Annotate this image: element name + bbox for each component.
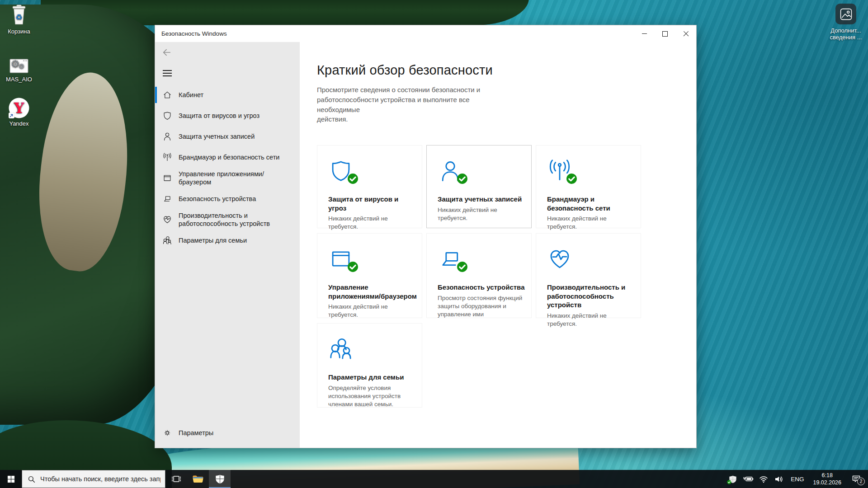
task-view-button[interactable]: [165, 470, 187, 488]
sidebar: Кабинет Защита от вирусов и угроз Защита…: [155, 42, 300, 448]
security-card-heart[interactable]: Производительность и работоспособность у…: [536, 233, 641, 318]
card-status: Никаких действий не требуется.: [328, 215, 417, 231]
recycle-bin-icon: ♻: [0, 3, 38, 26]
card-status: Никаких действий не требуется.: [547, 215, 636, 231]
sidebar-item-label: Защита учетных записей: [179, 132, 255, 141]
desktop-icon-label: Yandex: [0, 120, 38, 127]
desktop-icon-label-line2: сведения ...: [826, 34, 866, 41]
tray-defender-icon[interactable]: [726, 470, 740, 488]
svg-text:Y: Y: [14, 100, 24, 116]
heart-icon: [548, 247, 571, 271]
start-button[interactable]: [0, 470, 22, 488]
sidebar-item-home[interactable]: Кабинет: [155, 84, 300, 105]
sidebar-item-label: Кабинет: [179, 91, 203, 99]
sidebar-item-label: Производительность и работоспособность у…: [179, 211, 270, 228]
network-icon: [163, 153, 172, 162]
apps-icon: [163, 174, 172, 183]
notification-count-badge: 2: [857, 478, 865, 485]
maximize-icon: [662, 31, 668, 37]
sidebar-item-shield[interactable]: Защита от вирусов и угроз: [155, 105, 300, 126]
desktop-icon-recycle-bin[interactable]: ♻ Корзина: [0, 3, 38, 35]
security-card-family[interactable]: Параметры для семьи Определяйте условия …: [317, 323, 422, 408]
yandex-browser-icon: Y: [0, 95, 38, 118]
security-cards-grid: Защита от вирусов и угроз Никаких действ…: [317, 145, 696, 408]
windows-security-app-button[interactable]: [209, 470, 231, 488]
maximize-button[interactable]: [655, 25, 675, 42]
photos-icon: [835, 4, 856, 24]
back-button[interactable]: [161, 47, 173, 57]
tray-language-indicator[interactable]: ENG: [788, 476, 807, 483]
status-ok-icon: [727, 480, 731, 484]
family-icon: [329, 337, 353, 361]
tray-battery-icon[interactable]: [741, 470, 755, 488]
windows-security-window: Безопасность Windows Кабинет Защита от в…: [155, 25, 697, 448]
desktop-icon-label-line1: Дополнит...: [826, 27, 866, 34]
sidebar-item-family[interactable]: Параметры для семьи: [155, 230, 300, 251]
close-button[interactable]: [675, 25, 696, 42]
card-status: Никаких действий не требуется.: [438, 206, 527, 222]
card-status: Никаких действий не требуется.: [547, 312, 636, 328]
window-title: Безопасность Windows: [155, 30, 634, 37]
status-ok-icon: [457, 261, 468, 272]
desktop-icon-label: Корзина: [0, 28, 38, 35]
gear-icon: ⚙: [19, 62, 24, 70]
taskbar-search[interactable]: [22, 470, 165, 488]
file-explorer-icon: [192, 474, 204, 483]
search-input[interactable]: [39, 475, 161, 483]
card-title: Защита учетных записей: [438, 195, 527, 204]
status-ok-icon: [347, 173, 359, 184]
status-ok-icon: [347, 261, 359, 272]
home-icon: [163, 90, 172, 99]
sidebar-item-person[interactable]: Защита учетных записей: [155, 126, 300, 147]
security-card-shield[interactable]: Защита от вирусов и угроз Никаких действ…: [317, 145, 422, 228]
desktop: ♻ Корзина ⚙ ⚙ MAS_AIO Y: [0, 0, 868, 488]
desktop-icon-additional-info[interactable]: Дополнит... сведения ...: [826, 4, 866, 41]
minimize-button[interactable]: [634, 25, 655, 42]
desktop-icon-yandex[interactable]: Y Yandex: [0, 95, 38, 127]
status-ok-icon: [457, 173, 468, 184]
sidebar-item-label: Параметры для семьи: [179, 236, 247, 244]
card-title: Брандмауэр и безопасность сети: [547, 195, 636, 212]
window-titlebar[interactable]: Безопасность Windows: [155, 25, 696, 42]
tray-wifi-icon[interactable]: [757, 470, 770, 488]
card-status: Никаких действий не требуется.: [328, 303, 417, 319]
sidebar-item-label: Брандмауэр и безопасность сети: [179, 153, 279, 161]
sidebar-nav: Кабинет Защита от вирусов и угроз Защита…: [155, 84, 300, 251]
status-ok-icon: [566, 173, 577, 184]
security-card-person[interactable]: Защита учетных записей Никаких действий …: [426, 145, 532, 228]
sidebar-item-heart[interactable]: Производительность и работоспособность у…: [155, 209, 300, 230]
tray-volume-icon[interactable]: [772, 470, 786, 488]
tray-clock[interactable]: 6:18 19.02.2026: [809, 472, 845, 487]
page-subtitle: Просмотрите сведения о состоянии безопас…: [317, 85, 511, 124]
minimize-icon: [642, 33, 647, 34]
security-card-apps[interactable]: Управление приложениями/браузером Никаки…: [317, 233, 422, 318]
card-title: Безопасность устройства: [438, 283, 527, 292]
task-view-icon: [171, 475, 181, 483]
security-card-network[interactable]: Брандмауэр и безопасность сети Никаких д…: [536, 145, 641, 228]
tray-date: 19.02.2026: [813, 479, 841, 486]
card-status: Определяйте условия использования устрой…: [328, 384, 417, 409]
file-explorer-button[interactable]: [187, 470, 209, 488]
page-title: Краткий обзор безопасности: [317, 63, 696, 78]
sidebar-item-settings[interactable]: Параметры: [155, 422, 300, 443]
main-content: Краткий обзор безопасности Просмотрите с…: [300, 42, 696, 448]
installer-window-icon: ⚙ ⚙: [0, 51, 38, 74]
card-title: Производительность и работоспособность у…: [547, 283, 636, 310]
security-card-laptop[interactable]: Безопасность устройства Просмотр состоян…: [426, 233, 532, 318]
windows-logo-icon: [7, 475, 15, 483]
action-center-button[interactable]: 2: [847, 470, 865, 488]
heart-icon: [163, 215, 172, 224]
shortcut-arrow-icon: [9, 113, 14, 118]
sidebar-item-laptop[interactable]: Безопасность устройства: [155, 188, 300, 209]
recycle-symbol-icon: ♻: [15, 13, 22, 22]
menu-button[interactable]: [163, 70, 172, 76]
close-icon: [683, 31, 689, 37]
sidebar-item-label: Управление приложениями/браузером: [179, 170, 296, 186]
shield-icon: [163, 111, 172, 120]
card-title: Параметры для семьи: [328, 373, 417, 382]
desktop-icon-mas-aio[interactable]: ⚙ ⚙ MAS_AIO: [0, 51, 38, 83]
card-title: Управление приложениями/браузером: [328, 283, 417, 300]
sidebar-item-network[interactable]: Брандмауэр и безопасность сети: [155, 147, 300, 168]
system-tray: ENG 6:18 19.02.2026 2: [726, 470, 868, 488]
sidebar-item-apps[interactable]: Управление приложениями/браузером: [155, 168, 300, 188]
